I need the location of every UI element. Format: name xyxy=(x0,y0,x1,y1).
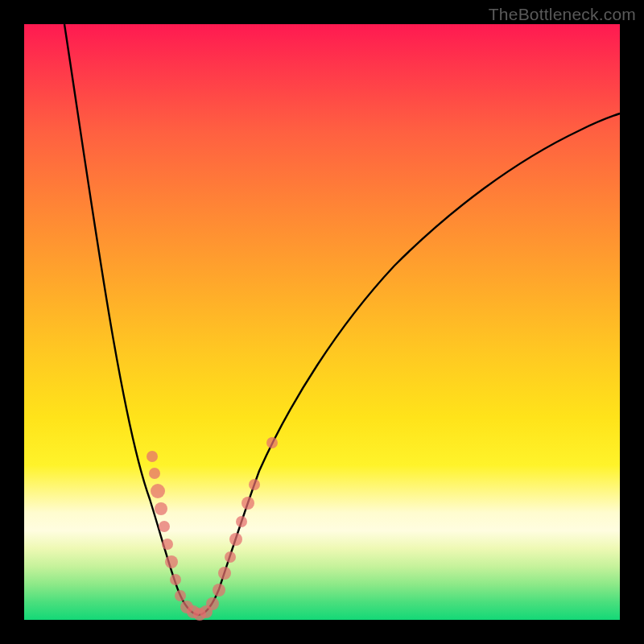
data-point xyxy=(242,497,254,510)
data-point xyxy=(229,533,242,546)
data-point xyxy=(155,502,167,515)
data-point xyxy=(149,468,160,479)
watermark-text: TheBottleneck.com xyxy=(489,5,636,24)
data-point xyxy=(170,574,181,585)
data-point xyxy=(159,521,170,532)
data-point xyxy=(165,555,178,568)
data-point xyxy=(218,567,231,580)
bottleneck-curve xyxy=(64,24,620,615)
data-point xyxy=(213,584,225,597)
chart-svg xyxy=(0,0,644,644)
data-point xyxy=(151,484,165,498)
data-point xyxy=(206,597,219,610)
data-point xyxy=(175,590,186,601)
data-point xyxy=(266,437,278,448)
data-point xyxy=(249,479,260,490)
data-point xyxy=(162,539,173,550)
data-point xyxy=(236,516,247,527)
data-point xyxy=(147,451,158,462)
data-point xyxy=(225,551,236,563)
datapoint-markers xyxy=(147,437,278,621)
